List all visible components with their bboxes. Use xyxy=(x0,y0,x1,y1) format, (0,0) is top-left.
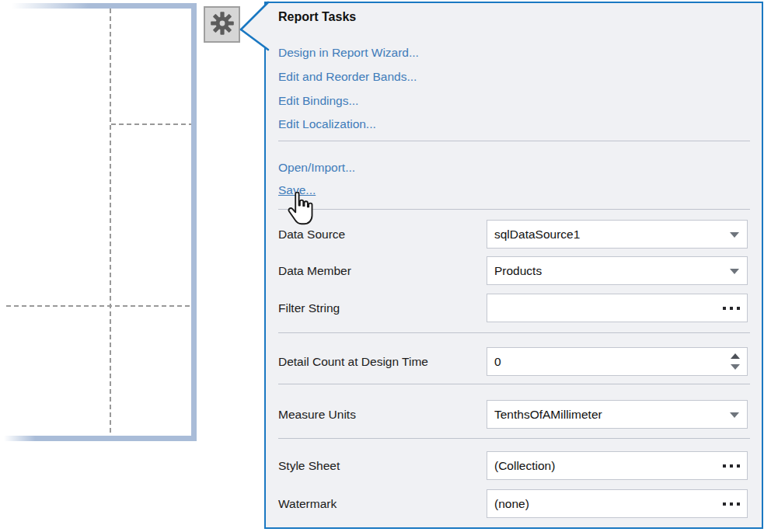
detail-count-editor[interactable]: 0 xyxy=(487,347,748,376)
style-sheet-value: (Collection) xyxy=(494,452,555,479)
ellipsis-icon[interactable] xyxy=(719,464,740,468)
surface-border-right xyxy=(191,3,197,441)
measure-units-label: Measure Units xyxy=(278,400,482,429)
ellipsis-icon[interactable] xyxy=(719,502,740,506)
filter-string-editor[interactable] xyxy=(487,294,748,322)
separator xyxy=(278,332,750,333)
spin-up-icon[interactable] xyxy=(731,353,740,359)
data-source-editor[interactable]: sqlDataSource1 xyxy=(487,220,748,249)
link-edit-bindings[interactable]: Edit Bindings... xyxy=(278,94,358,108)
style-sheet-editor[interactable]: (Collection) xyxy=(487,451,748,480)
surface-border-bottom xyxy=(0,436,197,441)
watermark-editor[interactable]: (none) xyxy=(487,489,748,518)
separator xyxy=(278,209,750,210)
band-guide-horizontal-2 xyxy=(6,305,191,307)
filter-string-label: Filter String xyxy=(278,294,482,322)
link-edit-and-reorder-bands[interactable]: Edit and Reorder Bands... xyxy=(278,70,417,84)
detail-count-label: Detail Count at Design Time xyxy=(278,347,482,376)
data-member-editor[interactable]: Products xyxy=(487,256,748,285)
report-tasks-panel: Report Tasks Design in Report Wizard... … xyxy=(264,2,763,529)
watermark-label: Watermark xyxy=(278,489,482,518)
style-sheet-label: Style Sheet xyxy=(278,451,482,480)
measure-units-value: TenthsOfAMillimeter xyxy=(494,401,602,428)
measure-units-editor[interactable]: TenthsOfAMillimeter xyxy=(487,400,748,429)
data-member-value: Products xyxy=(494,257,542,284)
gear-icon xyxy=(210,11,235,39)
data-member-label: Data Member xyxy=(278,256,482,285)
spinner-control[interactable] xyxy=(730,348,741,375)
band-guide-horizontal-1 xyxy=(111,123,191,125)
chevron-down-icon[interactable] xyxy=(730,232,739,238)
separator xyxy=(278,141,750,141)
ellipsis-icon[interactable] xyxy=(719,307,740,310)
hand-cursor-icon xyxy=(285,192,315,228)
spin-down-icon[interactable] xyxy=(731,364,740,370)
chevron-down-icon[interactable] xyxy=(730,412,739,418)
data-source-value: sqlDataSource1 xyxy=(494,221,580,248)
chevron-down-icon[interactable] xyxy=(730,269,739,274)
surface-border-top xyxy=(0,3,197,9)
separator xyxy=(278,384,750,384)
link-edit-localization[interactable]: Edit Localization... xyxy=(278,117,376,131)
band-guide-vertical xyxy=(110,9,111,436)
watermark-value: (none) xyxy=(494,490,529,517)
detail-count-value: 0 xyxy=(494,348,501,375)
panel-title: Report Tasks xyxy=(278,10,356,24)
report-designer: Report Tasks Design in Report Wizard... … xyxy=(0,0,764,532)
separator xyxy=(278,438,750,439)
link-open-import[interactable]: Open/Import... xyxy=(278,161,355,175)
panel-callout-arrow xyxy=(235,0,270,54)
report-design-surface[interactable] xyxy=(0,3,197,441)
link-design-in-report-wizard[interactable]: Design in Report Wizard... xyxy=(278,46,419,60)
